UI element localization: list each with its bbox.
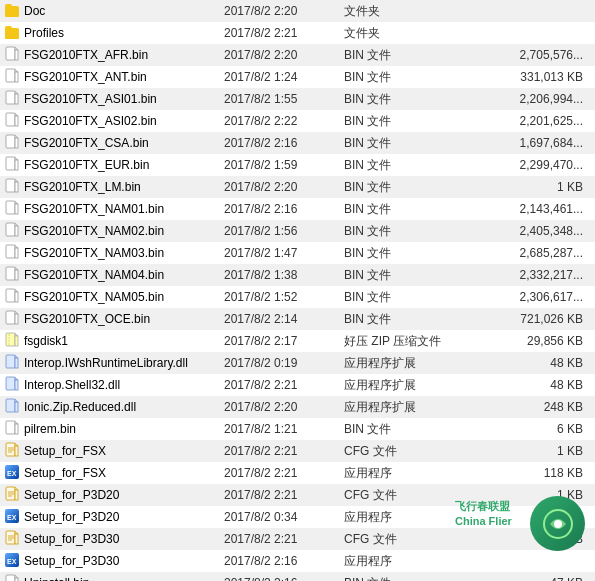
file-name-cell: FSG2010FTX_NAM04.bin	[4, 266, 224, 285]
file-name-cell: FSG2010FTX_NAM02.bin	[4, 222, 224, 241]
svg-marker-5	[15, 47, 18, 50]
svg-marker-26	[15, 201, 18, 204]
file-size: 118 KB	[454, 466, 591, 480]
file-size: 2,143,461...	[454, 202, 591, 216]
svg-rect-45	[15, 336, 18, 346]
filename-text: FSG2010FTX_CSA.bin	[24, 136, 149, 150]
file-date: 2017/8/2 1:21	[224, 422, 344, 436]
table-row[interactable]: FSG2010FTX_NAM04.bin 2017/8/2 1:38 BIN 文…	[0, 264, 595, 286]
file-icon	[4, 244, 20, 263]
table-row[interactable]: EX Setup_for_FSX 2017/8/2 2:21 应用程序 118 …	[0, 462, 595, 484]
file-name-cell: fsgdisk1	[4, 332, 224, 351]
svg-rect-43	[6, 333, 15, 346]
file-name-cell: EX Setup_for_P3D20	[4, 508, 224, 527]
filename-text: FSG2010FTX_NAM03.bin	[24, 246, 164, 260]
svg-marker-20	[15, 157, 18, 160]
filename-text: fsgdisk1	[24, 334, 68, 348]
table-row[interactable]: Uninstall.bin 2017/8/2 2:16 BIN 文件 47 KB	[0, 572, 595, 581]
table-row[interactable]: FSG2010FTX_CSA.bin 2017/8/2 2:16 BIN 文件 …	[0, 132, 595, 154]
table-row[interactable]: FSG2010FTX_NAM02.bin 2017/8/2 1:56 BIN 文…	[0, 220, 595, 242]
filename-text: FSG2010FTX_NAM02.bin	[24, 224, 164, 238]
file-size: 48 KB	[454, 356, 591, 370]
cfg-icon	[4, 442, 20, 461]
table-row[interactable]: EX Setup_for_P3D30 2017/8/2 2:16 应用程序	[0, 550, 595, 572]
file-icon	[4, 46, 20, 65]
table-row[interactable]: FSG2010FTX_LM.bin 2017/8/2 2:20 BIN 文件 1…	[0, 176, 595, 198]
table-row[interactable]: FSG2010FTX_OCE.bin 2017/8/2 2:14 BIN 文件 …	[0, 308, 595, 330]
svg-rect-36	[15, 270, 18, 280]
file-type: CFG 文件	[344, 487, 454, 504]
svg-rect-18	[15, 138, 18, 148]
table-row[interactable]: Setup_for_FSX 2017/8/2 2:21 CFG 文件 1 KB	[0, 440, 595, 462]
svg-rect-85	[15, 578, 18, 582]
table-row[interactable]: fsgdisk1 2017/8/2 2:17 好压 ZIP 压缩文件 29,85…	[0, 330, 595, 352]
file-name-cell: EX Setup_for_FSX	[4, 464, 224, 483]
table-row[interactable]: FSG2010FTX_NAM03.bin 2017/8/2 1:47 BIN 文…	[0, 242, 595, 264]
file-size: 1 KB	[454, 180, 591, 194]
file-date: 2017/8/2 2:20	[224, 400, 344, 414]
table-row[interactable]: pilrem.bin 2017/8/2 1:21 BIN 文件 6 KB	[0, 418, 595, 440]
svg-rect-33	[15, 248, 18, 258]
table-row[interactable]: FSG2010FTX_EUR.bin 2017/8/2 1:59 BIN 文件 …	[0, 154, 595, 176]
file-size: 721,026 KB	[454, 312, 591, 326]
file-date: 2017/8/2 1:56	[224, 224, 344, 238]
file-icon	[4, 266, 20, 285]
table-row[interactable]: FSG2010FTX_AFR.bin 2017/8/2 2:20 BIN 文件 …	[0, 44, 595, 66]
file-type: 应用程序	[344, 553, 454, 570]
svg-marker-14	[15, 113, 18, 116]
table-row[interactable]: Interop.IWshRuntimeLibrary.dll 2017/8/2 …	[0, 352, 595, 374]
file-size: 2,705,576...	[454, 48, 591, 62]
file-size: 2,405,348...	[454, 224, 591, 238]
zip-icon	[4, 332, 20, 351]
svg-rect-22	[6, 179, 15, 192]
file-date: 2017/8/2 2:16	[224, 576, 344, 581]
svg-text:EX: EX	[7, 558, 17, 565]
table-row[interactable]: Ionic.Zip.Reduced.dll 2017/8/2 2:20 应用程序…	[0, 396, 595, 418]
file-type: 应用程序扩展	[344, 399, 454, 416]
svg-rect-39	[15, 292, 18, 302]
svg-marker-32	[15, 245, 18, 248]
file-name-cell: FSG2010FTX_NAM05.bin	[4, 288, 224, 307]
table-row[interactable]: FSG2010FTX_NAM01.bin 2017/8/2 2:16 BIN 文…	[0, 198, 595, 220]
filename-text: FSG2010FTX_NAM04.bin	[24, 268, 164, 282]
table-row[interactable]: Interop.Shell32.dll 2017/8/2 2:21 应用程序扩展…	[0, 374, 595, 396]
file-date: 2017/8/2 1:59	[224, 158, 344, 172]
file-date: 2017/8/2 2:14	[224, 312, 344, 326]
table-row[interactable]: FSG2010FTX_ANT.bin 2017/8/2 1:24 BIN 文件 …	[0, 66, 595, 88]
filename-text: Setup_for_P3D20	[24, 510, 119, 524]
table-row[interactable]: FSG2010FTX_NAM05.bin 2017/8/2 1:52 BIN 文…	[0, 286, 595, 308]
file-name-cell: Doc	[4, 2, 224, 21]
file-date: 2017/8/2 1:24	[224, 70, 344, 84]
svg-rect-47	[6, 355, 15, 368]
table-row[interactable]: FSG2010FTX_ASI01.bin 2017/8/2 1:55 BIN 文…	[0, 88, 595, 110]
filename-text: Setup_for_P3D30	[24, 532, 119, 546]
svg-rect-1	[5, 6, 11, 9]
table-row[interactable]: Doc 2017/8/2 2:20 文件夹	[0, 0, 595, 22]
svg-rect-42	[15, 314, 18, 324]
filename-text: Uninstall.bin	[24, 576, 89, 581]
file-date: 2017/8/2 2:21	[224, 26, 344, 40]
watermark: 飞行春联盟 China Flier	[455, 491, 585, 551]
svg-rect-2	[5, 29, 19, 39]
cfg-icon	[4, 486, 20, 505]
file-date: 2017/8/2 2:16	[224, 554, 344, 568]
svg-marker-84	[15, 575, 18, 578]
file-type: BIN 文件	[344, 267, 454, 284]
svg-rect-52	[15, 380, 18, 390]
svg-marker-51	[15, 377, 18, 380]
svg-marker-48	[15, 355, 18, 358]
file-type: BIN 文件	[344, 69, 454, 86]
svg-rect-49	[15, 358, 18, 368]
svg-rect-61	[15, 446, 18, 456]
svg-rect-6	[15, 50, 18, 60]
file-type: BIN 文件	[344, 113, 454, 130]
file-icon	[4, 574, 20, 582]
table-row[interactable]: Profiles 2017/8/2 2:21 文件夹	[0, 22, 595, 44]
file-type: 应用程序	[344, 465, 454, 482]
file-name-cell: Interop.IWshRuntimeLibrary.dll	[4, 354, 224, 373]
file-name-cell: Setup_for_P3D20	[4, 486, 224, 505]
filename-text: FSG2010FTX_ASI01.bin	[24, 92, 157, 106]
svg-rect-31	[6, 245, 15, 258]
svg-rect-37	[6, 289, 15, 302]
table-row[interactable]: FSG2010FTX_ASI02.bin 2017/8/2 2:22 BIN 文…	[0, 110, 595, 132]
